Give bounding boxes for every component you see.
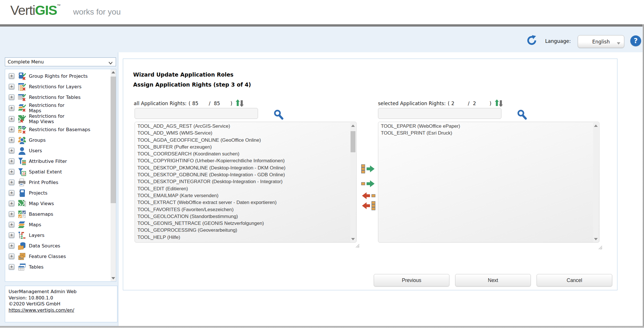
expand-plus-icon[interactable]: + [9, 127, 14, 132]
tree-item[interactable]: + Restrictions for Tables [8, 92, 110, 103]
tree-item[interactable]: + Users [8, 145, 110, 156]
refresh-icon[interactable] [526, 35, 537, 46]
tree-item-label: Restrictions for Layers [29, 84, 81, 89]
tree-scrollbar[interactable] [111, 69, 116, 281]
list-scrollbar-thumb[interactable] [351, 131, 355, 152]
tree-item[interactable]: + Group Rights for Projects [8, 71, 110, 81]
expand-plus-icon[interactable]: + [9, 137, 14, 143]
cancel-button[interactable]: Cancel [537, 274, 612, 287]
expand-plus-icon[interactable]: + [9, 84, 14, 89]
list-item[interactable]: TOOL_DESKTOP_INTEGRATOR (Desktop-Integra… [137, 178, 350, 185]
expand-plus-icon[interactable]: + [9, 73, 14, 79]
list-item[interactable]: TOOL_ADD_WMS (WMS-Service) [137, 130, 350, 137]
tree-item-label: Maps [29, 222, 41, 227]
list-scrollbar[interactable] [593, 123, 599, 242]
expand-plus-icon[interactable]: + [9, 148, 14, 153]
expand-plus-icon[interactable]: + [9, 243, 14, 249]
tree-item[interactable]: + Print Profiles [8, 177, 110, 188]
list-item[interactable]: TOOL_COPYRIGHTINFO (Urheber-/Kopierrecht… [137, 157, 350, 164]
move-all-left-button[interactable] [361, 201, 376, 210]
selected-rights-listbox[interactable]: TOOL_EPAPER (WebOffice ePaper)TOOL_ESRI_… [378, 122, 599, 243]
tree-scrollbar-thumb[interactable] [111, 77, 116, 203]
tree-item[interactable]: + Tables [8, 262, 110, 272]
sort-icon[interactable] [494, 99, 503, 108]
expand-plus-icon[interactable]: + [9, 159, 14, 164]
search-icon[interactable] [273, 109, 284, 121]
language-select[interactable]: English [578, 35, 624, 48]
expand-plus-icon[interactable]: + [9, 222, 14, 227]
list-item[interactable]: TOOL_ADD_AGS_REST (ArcGIS-Service) [137, 123, 350, 130]
tree-item[interactable]: + Attributive Filter [8, 156, 110, 167]
tree-item[interactable]: + Basemaps [8, 209, 110, 219]
tree-item-label: Tables [29, 264, 43, 270]
scroll-up-icon [593, 124, 599, 128]
expand-plus-icon[interactable]: + [9, 254, 14, 259]
layers-icon [18, 231, 26, 240]
tree-item[interactable]: + Restrictions for Map Views [8, 113, 110, 124]
list-item[interactable]: TOOL_DESKTOP_DKMONLINE (Desktop-Integrat… [137, 165, 350, 171]
sort-icon[interactable] [235, 99, 244, 108]
list-item[interactable]: TOOL_EMAILMAP (Karte versenden) [137, 192, 350, 199]
tree-item[interactable]: + Restrictions for Basemaps [8, 124, 110, 135]
tree-item[interactable]: + Map Views [8, 198, 110, 209]
list-item[interactable]: TOOL_GEONIS_NETTRACE (GEONIS Netzverfolg… [137, 220, 350, 227]
list-item[interactable]: TOOL_FAVORITES (Favoriten/Lesezeichen) [137, 206, 350, 213]
list-item[interactable]: TOOL_EXTRACT (WebOffice extract server -… [137, 199, 350, 206]
selected-rights-search-input[interactable] [378, 108, 501, 119]
list-item[interactable]: TOOL_BUFFER (Puffer erzeugen) [137, 144, 350, 151]
sidebar: Complete Menu + Group Rights for Project… [0, 52, 118, 328]
tree-item[interactable]: + Projects [8, 188, 110, 198]
list-item[interactable]: TOOL_EDIT (Editieren) [137, 185, 350, 192]
expand-plus-icon[interactable]: + [9, 190, 14, 196]
data-sources-icon [18, 242, 26, 250]
expand-plus-icon[interactable]: + [9, 201, 14, 206]
move-selected-right-button[interactable] [361, 179, 376, 188]
tree-item[interactable]: + Groups [8, 135, 110, 145]
all-rights-count-total: 85 [214, 101, 230, 106]
list-item[interactable]: TOOL_COORDSEARCH (Koordinaten suchen) [137, 151, 350, 157]
expand-plus-icon[interactable]: + [9, 233, 14, 238]
window-bottom-edge [0, 326, 644, 328]
list-item[interactable]: TOOL_AGDA_GEOOFFICE_ONLINE (GeoOffice On… [137, 137, 350, 144]
tree-item[interactable]: + Data Sources [8, 241, 110, 251]
resize-grip-icon[interactable] [355, 244, 360, 249]
all-rights-search-input[interactable] [135, 108, 258, 119]
tree-item[interactable]: + Feature Classes [8, 251, 110, 262]
expand-plus-icon[interactable]: + [9, 116, 14, 122]
move-selected-left-button[interactable] [361, 191, 376, 200]
vertigis-link[interactable]: https://www.vertigis.com/en/ [9, 307, 74, 313]
resize-grip-icon[interactable] [598, 245, 603, 251]
next-button[interactable]: Next [455, 274, 531, 287]
search-icon[interactable] [516, 109, 528, 121]
all-rights-listbox[interactable]: TOOL_ADD_AGS_REST (ArcGIS-Service)TOOL_A… [135, 122, 357, 243]
menu-select[interactable]: Complete Menu [5, 57, 116, 66]
expand-plus-icon[interactable]: + [9, 169, 14, 175]
scroll-up-icon [350, 124, 356, 128]
list-scrollbar[interactable] [350, 123, 356, 242]
expand-plus-icon[interactable]: + [9, 95, 14, 100]
expand-plus-icon[interactable]: + [9, 264, 14, 270]
list-item[interactable]: TOOL_IDENTIFY_LAYER (Identifizieren) [137, 241, 350, 242]
tree-list: + Group Rights for Projects + Restrictio… [5, 69, 110, 272]
list-item[interactable]: TOOL_ESRI_PRINT (Esri Druck) [381, 130, 593, 137]
logo-band: VertiGIS™ works for you [0, 0, 644, 24]
list-item[interactable]: TOOL_EPAPER (WebOffice ePaper) [381, 123, 593, 130]
previous-button[interactable]: Previous [374, 274, 449, 287]
restrictions-for-maps-icon [18, 104, 26, 112]
list-item[interactable]: TOOL_HELP (Hilfe) [137, 234, 350, 241]
tree-item[interactable]: + Restrictions for Layers [8, 81, 110, 92]
list-item[interactable]: TOOL_GEOLOCATION (Standortbestimmung) [137, 213, 350, 220]
window-right-edge [643, 24, 644, 328]
move-all-right-button[interactable] [361, 164, 376, 173]
help-icon[interactable]: ? [630, 35, 641, 46]
tree-item[interactable]: + Layers [8, 230, 110, 241]
expand-plus-icon[interactable]: + [9, 180, 14, 185]
expand-plus-icon[interactable]: + [9, 105, 14, 111]
wizard-step-subtitle: Assign Application Rights (step 3 of 4) [133, 81, 251, 88]
list-item[interactable]: TOOL_GEOPROCESSING (Geoverarbeitung) [137, 227, 350, 234]
expand-plus-icon[interactable]: + [9, 211, 14, 217]
tree-item[interactable]: + Maps [8, 219, 110, 230]
tree-item[interactable]: + Restrictions for Maps [8, 103, 110, 113]
tree-item[interactable]: + Spatial Extent [8, 167, 110, 177]
list-item[interactable]: TOOL_DESKTOP_GDBONLINE (Desktop-Integrat… [137, 171, 350, 178]
